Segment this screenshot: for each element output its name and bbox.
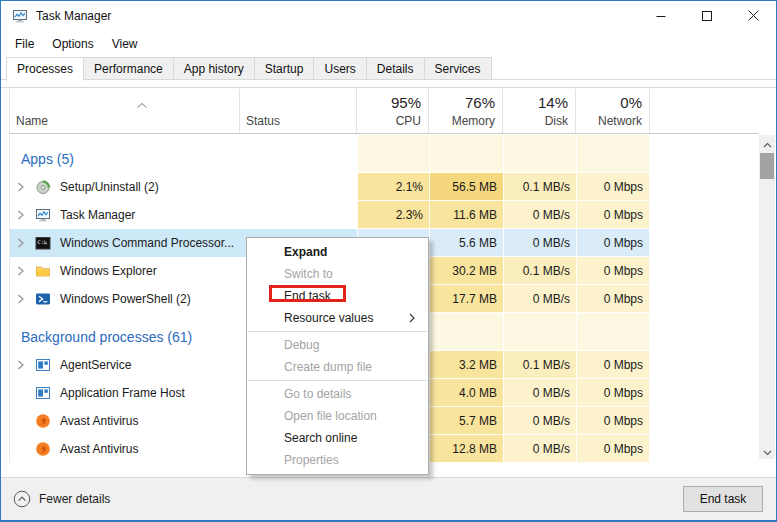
chevron-up-icon: [763, 134, 772, 152]
row-spacer: [650, 407, 759, 435]
context-menu-item-expand[interactable]: Expand: [247, 241, 428, 263]
tab-processes[interactable]: Processes: [6, 57, 84, 81]
row-spacer: [650, 379, 759, 407]
maximize-button[interactable]: [684, 1, 730, 31]
usage-cell: 0.1 MB/s: [503, 351, 576, 379]
expand-chevron-icon[interactable]: [17, 238, 31, 248]
usage-cell: 0 Mbps: [576, 285, 650, 313]
context-menu-item-search-online[interactable]: Search online: [247, 427, 428, 449]
context-menu-item-properties: Properties: [247, 449, 428, 471]
chevron-down-icon: [763, 442, 772, 460]
row-spacer: [650, 229, 759, 257]
context-menu-item-resource-values[interactable]: Resource values: [247, 307, 428, 329]
context-menu-item-end-task[interactable]: End task: [247, 285, 428, 307]
column-header-disk[interactable]: 14%Disk: [503, 89, 576, 133]
avast-icon: [35, 441, 51, 457]
column-header-status[interactable]: Status: [240, 89, 357, 133]
menu-separator: [248, 331, 427, 332]
network-total-percent: 0%: [620, 94, 642, 111]
memory-total-percent: 76%: [465, 94, 495, 111]
process-name-cell: Task Manager: [10, 201, 240, 229]
usage-cell: 0.1 MB/s: [503, 257, 576, 285]
chevron-up-circle-icon: [13, 490, 31, 508]
status-cell: [240, 201, 357, 229]
network-header-label: Network: [598, 114, 642, 128]
menu-view[interactable]: View: [103, 33, 147, 55]
row-spacer: [650, 173, 759, 201]
end-task-button[interactable]: End task: [683, 486, 763, 512]
expand-chevron-icon[interactable]: [17, 294, 31, 304]
expand-chevron-icon[interactable]: [17, 210, 31, 220]
usage-cell: 0 MB/s: [503, 407, 576, 435]
usage-cell: 2.3%: [357, 201, 429, 229]
column-header-network[interactable]: 0%Network: [576, 89, 650, 133]
usage-cell: 0 Mbps: [576, 435, 650, 463]
svg-text:C:\: C:\: [38, 239, 47, 245]
avast-icon: [35, 413, 51, 429]
usage-cell: [429, 313, 503, 351]
tab-app-history[interactable]: App history: [174, 57, 255, 80]
disk-total-percent: 14%: [538, 94, 568, 111]
usage-cell: 0 Mbps: [576, 407, 650, 435]
process-name-cell: Windows Explorer: [10, 257, 240, 285]
usage-cell: 2.1%: [357, 173, 429, 201]
process-name-cell: Application Frame Host: [10, 379, 240, 407]
usage-cell: 4.0 MB: [429, 379, 503, 407]
vertical-scrollbar[interactable]: [759, 135, 775, 459]
usage-cell: 0 Mbps: [576, 379, 650, 407]
disk-header-label: Disk: [545, 114, 568, 128]
process-row-setup-uninstall-2[interactable]: Setup/Uninstall (2)2.1%56.5 MB0.1 MB/s0 …: [10, 173, 759, 201]
window-controls: [638, 1, 776, 31]
usage-cell: 5.7 MB: [429, 407, 503, 435]
tab-performance[interactable]: Performance: [84, 57, 174, 80]
usage-cell: 0 Mbps: [576, 257, 650, 285]
cmd-icon: C:\: [35, 235, 51, 251]
group-header-apps-5[interactable]: Apps (5): [10, 135, 759, 173]
scrollbar-thumb[interactable]: [760, 153, 774, 179]
usage-cell: 0 MB/s: [503, 285, 576, 313]
menu-file[interactable]: File: [6, 33, 43, 55]
context-menu: ExpandSwitch toEnd taskResource valuesDe…: [246, 237, 429, 475]
context-menu-item-debug: Debug: [247, 334, 428, 356]
tab-users[interactable]: Users: [314, 57, 366, 80]
menu-options[interactable]: Options: [43, 33, 102, 55]
task-manager-window: Task Manager FileOptionsView ProcessesPe…: [0, 0, 777, 522]
window-title: Task Manager: [36, 9, 111, 23]
usage-cell: [576, 135, 650, 173]
powershell-icon: [35, 291, 51, 307]
tab-startup[interactable]: Startup: [255, 57, 315, 80]
row-spacer: [650, 435, 759, 463]
scroll-up-button[interactable]: [759, 135, 775, 151]
usage-cell: [503, 313, 576, 351]
expand-chevron-icon[interactable]: [17, 266, 31, 276]
process-row-task-manager[interactable]: Task Manager2.3%11.6 MB0 MB/s0 Mbps: [10, 201, 759, 229]
folder-icon: [35, 263, 51, 279]
exe-window-icon: [35, 385, 51, 401]
exe-window-icon: [35, 357, 51, 373]
usage-cell: 56.5 MB: [429, 173, 503, 201]
minimize-button[interactable]: [638, 1, 684, 31]
cpu-total-percent: 95%: [391, 94, 421, 111]
process-name: Avast Antivirus: [60, 442, 138, 456]
close-button[interactable]: [730, 1, 776, 31]
scroll-down-button[interactable]: [759, 443, 775, 459]
setup-disc-icon: [35, 179, 51, 195]
tab-services[interactable]: Services: [425, 57, 492, 80]
column-header-name[interactable]: Name: [10, 89, 240, 133]
process-name-cell: Windows PowerShell (2): [10, 285, 240, 313]
row-spacer: [650, 257, 759, 285]
process-name-cell: C:\Windows Command Processor...: [10, 229, 240, 257]
process-name-cell: Avast Antivirus: [10, 435, 240, 463]
expand-chevron-icon[interactable]: [17, 360, 31, 370]
usage-cell: 5.6 MB: [429, 229, 503, 257]
process-name: Application Frame Host: [60, 386, 185, 400]
expand-chevron-icon[interactable]: [17, 182, 31, 192]
annotation-box: [269, 285, 346, 302]
usage-cell: 0 MB/s: [503, 435, 576, 463]
fewer-details-toggle[interactable]: Fewer details: [13, 478, 110, 520]
tab-details[interactable]: Details: [367, 57, 425, 80]
context-menu-item-open-file-location: Open file location: [247, 405, 428, 427]
column-header-memory[interactable]: 76%Memory: [429, 89, 503, 133]
column-header-cpu[interactable]: 95%CPU: [357, 89, 429, 133]
process-name-cell: AgentService: [10, 351, 240, 379]
